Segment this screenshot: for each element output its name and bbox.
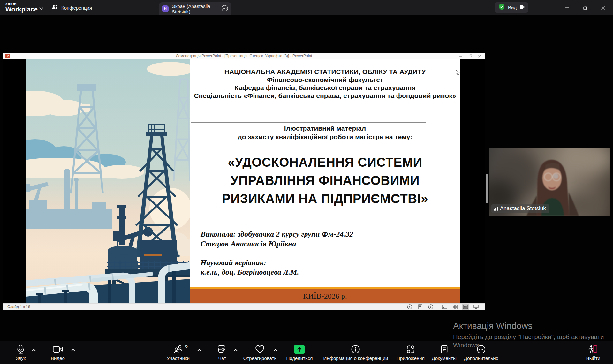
tab-meeting-label: Конференция (61, 5, 92, 11)
advisor-line-1: Науковий керівник: (201, 258, 299, 267)
tab-screen-share[interactable]: H Экран (Anastasiia Stetsiuk) (159, 2, 231, 15)
next-slide-icon[interactable] (427, 304, 435, 310)
participant-name: Anastasiia Stetsiuk (500, 205, 546, 212)
divider-line (191, 122, 426, 123)
subtitle-line-2: до захисту кваліфікаційної роботи магіст… (190, 133, 460, 141)
participants-count: 6 (185, 344, 188, 349)
header-line-1: НАЦІОНАЛЬНА АКАДЕМІЯ СТАТИСТИКИ, ОБЛІКУ … (190, 68, 460, 76)
documents-button[interactable]: Документы (432, 344, 456, 361)
slide-footer-text: КИЇВ-2026 р. (190, 289, 460, 303)
chat-icon (217, 344, 227, 354)
participants-group-icon (51, 4, 58, 11)
top-bar: zoom Workplace Конференция H Экран (Anas… (0, 0, 613, 15)
logo-zoom-text: zoom (5, 2, 38, 6)
host-badge: H (162, 5, 169, 12)
leave-meeting-icon (588, 344, 598, 354)
powerpoint-window-title: Демонстрація PowerPoint - [Презентація_С… (3, 54, 485, 58)
chat-options-caret[interactable] (234, 347, 238, 353)
video-button-label: Видео (51, 355, 65, 361)
more-button-label: Дополнительно (464, 355, 498, 361)
audio-button-label: Звук (16, 355, 26, 361)
microphone-icon (17, 344, 25, 354)
slide-stage: НАЦІОНАЛЬНА АКАДЕМІЯ СТАТИСТИКИ, ОБЛІКУ … (3, 59, 485, 303)
audio-button[interactable]: Звук (16, 344, 26, 361)
connection-signal-icon (494, 207, 498, 211)
logo-workplace-text: Workplace (5, 6, 38, 12)
slide-sorter-icon[interactable] (451, 304, 459, 310)
layout-view-icon (519, 5, 525, 10)
tab-options-icon[interactable] (221, 5, 228, 13)
participants-icon: 6 (173, 344, 183, 354)
mouse-cursor (456, 70, 460, 77)
video-strip-scrollbar[interactable] (486, 174, 488, 203)
view-button[interactable]: Вид (495, 2, 528, 13)
header-line-4: Спеціальність «Фінанси, банківська справ… (190, 92, 460, 100)
leave-button[interactable]: Выйти (586, 344, 600, 361)
ppt-restore-button[interactable] (465, 53, 475, 59)
minimize-button[interactable] (559, 0, 574, 15)
share-screen-icon (294, 345, 305, 354)
author-line-1: Виконала: здобувачка 2 курсу групи Фм-24… (201, 229, 353, 239)
oil-rig-illustration (26, 59, 190, 303)
restore-button[interactable] (578, 0, 593, 15)
video-button[interactable]: Видео (51, 344, 65, 361)
slide-counter: Слайд 1 з 18 (3, 305, 30, 309)
zoom-workplace-window: zoom Workplace Конференция H Экран (Anas… (0, 0, 613, 364)
meeting-info-button[interactable]: Информация о конференции (323, 344, 388, 361)
previous-slide-icon[interactable] (406, 304, 413, 310)
slide-author-block: Виконала: здобувачка 2 курсу групи Фм-24… (201, 229, 353, 248)
participants-options-caret[interactable] (197, 347, 201, 353)
watermark-line-1: Перейдіть до розділу "Настройки", щоб ак… (453, 333, 604, 341)
ppt-minimize-button[interactable] (456, 53, 465, 59)
participants-button[interactable]: 6 Участники (167, 344, 190, 361)
slide-text-area: НАЦІОНАЛЬНА АКАДЕМІЯ СТАТИСТИКИ, ОБЛІКУ … (190, 59, 460, 303)
heart-icon (255, 344, 265, 354)
header-line-3: Кафедра фінансів, банківської справи та … (190, 84, 460, 92)
reading-view-icon[interactable] (462, 304, 469, 310)
tab-meeting[interactable]: Конференция (51, 0, 92, 15)
document-icon (440, 344, 448, 354)
share-button-label: Поделиться (286, 355, 313, 361)
info-icon (351, 344, 360, 354)
security-shield-icon (498, 4, 505, 11)
react-button[interactable]: Отреагировать (243, 344, 277, 361)
powerpoint-titlebar[interactable]: P Демонстрація PowerPoint - [Презентація… (3, 53, 485, 59)
apps-button[interactable]: Приложения (397, 344, 425, 361)
slide: НАЦІОНАЛЬНА АКАДЕМІЯ СТАТИСТИКИ, ОБЛІКУ … (26, 59, 460, 303)
apps-button-label: Приложения (397, 355, 425, 361)
zoom-workplace-logo: zoom Workplace (5, 2, 38, 12)
slideshow-view-icon[interactable] (472, 304, 480, 310)
video-options-caret[interactable] (71, 347, 75, 353)
menu-notes-icon[interactable] (416, 304, 424, 310)
more-ellipsis-icon (477, 344, 486, 354)
header-line-2: Фінансово-економічний факультет (190, 76, 460, 84)
participant-video-tile[interactable]: Anastasiia Stetsiuk (489, 148, 610, 216)
chat-button[interactable]: Чат (217, 344, 227, 361)
more-button[interactable]: Дополнительно (464, 344, 498, 361)
meeting-info-label: Информация о конференции (323, 355, 388, 361)
title-line-3: РИЗИКАМИ НА ПІДПРИЄМСТВІ» (190, 190, 460, 208)
chevron-down-icon[interactable] (39, 6, 43, 11)
slide-institution-header: НАЦІОНАЛЬНА АКАДЕМІЯ СТАТИСТИКИ, ОБЛІКУ … (190, 68, 460, 100)
share-button[interactable]: Поделиться (286, 344, 313, 361)
advisor-line-2: к.е.н., доц. Богріновцева Л.М. (201, 267, 299, 277)
tab-screen-label: Экран (Anastasiia Stetsiuk) (172, 4, 218, 14)
watermark-title: Активація Windows (453, 321, 604, 331)
statusbar-icons (406, 304, 485, 310)
camera-icon (53, 344, 63, 354)
normal-view-icon[interactable] (441, 304, 448, 310)
ppt-close-button[interactable] (475, 53, 484, 59)
participants-button-label: Участники (167, 355, 190, 361)
powerpoint-window: P Демонстрація PowerPoint - [Презентація… (3, 53, 485, 310)
react-button-label: Отреагировать (243, 355, 277, 361)
view-button-label: Вид (508, 5, 517, 10)
author-line-2: Стецюк Анастасія Юріївна (201, 239, 353, 248)
leave-button-label: Выйти (586, 355, 600, 361)
audio-options-caret[interactable] (32, 347, 36, 353)
chat-button-label: Чат (218, 355, 226, 361)
slide-advisor-block: Науковий керівник: к.е.н., доц. Богрінов… (201, 258, 299, 277)
close-button[interactable] (596, 0, 610, 15)
documents-button-label: Документы (432, 355, 456, 361)
react-options-caret[interactable] (274, 347, 278, 353)
subtitle-line-1: Ілюстративний матеріал (190, 124, 460, 133)
